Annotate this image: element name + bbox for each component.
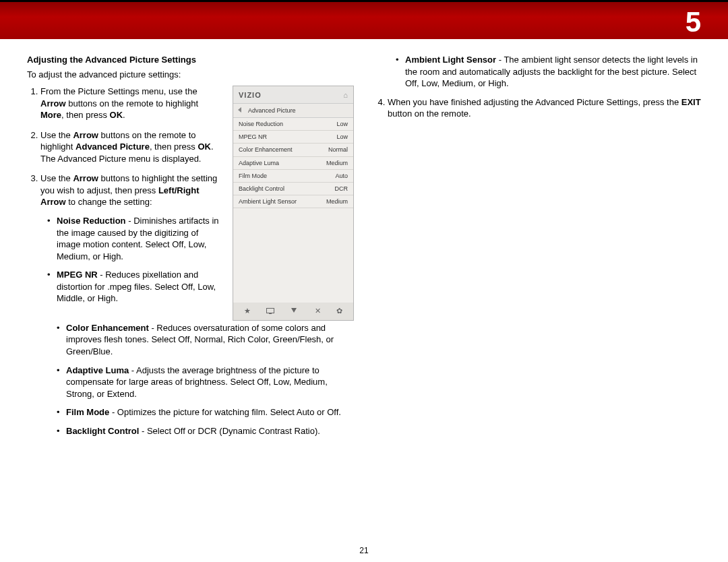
bullet-film-mode: Film Mode - Optimizes the picture for wa… [57,406,354,418]
page-number: 21 [0,546,728,555]
bullet-adaptive-luma: Adaptive Luma - Adjusts the average brig… [57,365,354,400]
bullet-color-enhancement: Color Enhancement - Reduces oversaturati… [57,322,354,358]
chapter-number: 5 [686,6,701,38]
bullet-backlight-control: Backlight Control - Select Off or DCR (D… [57,425,354,437]
star-icon: ★ [243,306,252,316]
step-1: From the Picture Settings menu, use the … [40,86,222,121]
page-content: Adjusting the Advanced Picture Settings … [0,39,728,443]
step-4: When you have finished adjusting the Adv… [388,96,701,120]
step-2: Use the Arrow buttons on the remote to h… [40,129,222,165]
tv-icon [265,306,276,316]
osd-screenshot: VIZIO ⌂ Advanced Picture Noise Reduction… [233,86,354,321]
osd-row: Color EnhancementNormal [233,144,353,156]
left-column: Adjusting the Advanced Picture Settings … [27,54,354,443]
osd-footer: ★ ✕ ✿ [233,303,353,320]
bullet-mpeg-nr: MPEG NR - Reduces pixellation and distor… [47,269,222,305]
steps-list: From the Picture Settings menu, use the … [27,86,222,305]
home-icon: ⌂ [343,90,348,100]
osd-row: Adaptive LumaMedium [233,157,353,170]
intro-text: To adjust the advanced picture settings: [27,69,354,81]
right-column: Ambient Light Sensor - The ambient light… [374,54,701,443]
chapter-header: 5 [0,0,728,39]
gear-icon: ✿ [335,306,344,316]
v-icon [289,306,300,316]
bullet-ambient-light-sensor: Ambient Light Sensor - The ambient light… [396,54,701,90]
back-triangle-icon [238,107,241,113]
section-heading: Adjusting the Advanced Picture Settings [27,54,354,66]
osd-row: Noise ReductionLow [233,118,353,131]
osd-logo: VIZIO [239,90,262,100]
close-icon: ✕ [313,306,322,316]
osd-row: Film ModeAuto [233,170,353,183]
osd-row: Ambient Light SensorMedium [233,195,353,208]
osd-row: MPEG NRLow [233,131,353,144]
osd-menu-title: Advanced Picture [233,103,353,118]
step-3: Use the Arrow buttons to highlight the s… [40,173,222,304]
bullet-noise-reduction: Noise Reduction - Diminishes artifacts i… [47,215,222,262]
osd-row: Backlight ControlDCR [233,183,353,195]
